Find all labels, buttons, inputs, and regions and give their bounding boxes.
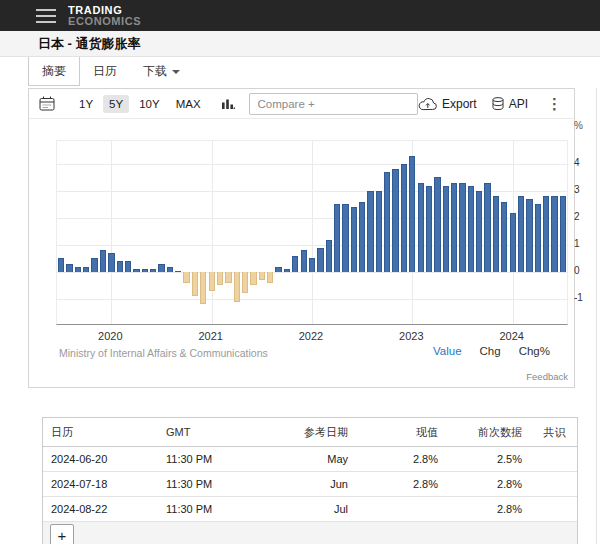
tab-download[interactable]: 下载 [130,57,193,86]
bar-2022-09 [376,191,382,272]
x-axis-year-label: 2021 [191,330,231,342]
cell-consensus [532,497,577,522]
bar-2019-07 [58,258,64,272]
chevron-down-icon [172,70,180,74]
bar-2021-11 [292,256,298,272]
bar-2019-11 [91,258,97,272]
export-label: Export [442,97,477,111]
bar-2023-09 [476,191,482,272]
source-attribution: Ministry of Internal Affairs & Communica… [59,347,268,359]
table-header-row: 日历 GMT 参考日期 现值 前次数据 共识 [43,418,577,447]
col-header-reference: 参考日期 [268,418,358,447]
more-options-icon[interactable]: ⋮ [543,95,566,113]
col-header-consensus: 共识 [532,418,577,447]
bar-2021-02 [217,272,223,286]
compare-input[interactable] [249,93,418,115]
bar-2021-12 [301,250,307,272]
api-button[interactable]: API [492,97,528,111]
add-row-button[interactable]: + [50,524,74,544]
cloud-export-icon [418,97,437,111]
bar-2023-01 [409,156,415,272]
cell-reference: Jun [268,472,358,497]
bar-2019-10 [83,267,89,272]
cell-actual: 2.8% [358,472,448,497]
table-row: 2024-07-18 11:30 PM Jun 2.8% 2.8% [43,472,577,497]
table-footer: + [43,522,577,544]
bar-2020-07 [158,264,164,272]
cell-gmt: 11:30 PM [158,447,268,472]
v-gridline [111,141,112,324]
bar-2024-01 [510,213,516,272]
export-button[interactable]: Export [418,97,477,111]
bar-2023-08 [468,186,474,272]
toggle-chg[interactable]: Chg [480,345,501,357]
toolbar-right: Export API ⋮ [418,95,566,113]
page: TRADING ECONOMICS 日本 - 通货膨胀率 摘要 日历 下载 [0,0,600,544]
x-axis-year-label: 2020 [90,330,130,342]
cell-actual: 2.8% [358,447,448,472]
v-gridline [312,141,313,324]
bar-2023-04 [434,177,440,272]
v-gridline [212,141,213,324]
range-selector: 1Y 5Y 10Y MAX [71,95,209,113]
calendar-table: 日历 GMT 参考日期 现值 前次数据 共识 2024-06-20 11:30 … [42,417,578,544]
range-max-button[interactable]: MAX [170,95,207,113]
value-toggle-group: Value Chg Chg% [433,345,550,357]
bar-2024-07 [560,196,566,272]
cell-date: 2024-06-20 [43,447,158,472]
toggle-chg-pct[interactable]: Chg% [519,345,550,357]
bar-2020-10 [183,272,189,283]
bar-2022-08 [367,191,373,272]
toggle-value[interactable]: Value [433,345,462,357]
cell-gmt: 11:30 PM [158,497,268,522]
bar-2022-10 [384,172,390,272]
bar-2021-07 [259,272,265,280]
cell-reference: May [268,447,358,472]
plot-area[interactable] [56,140,568,325]
bar-2020-04 [133,269,139,272]
chart-panel: 1Y 5Y 10Y MAX [28,88,575,388]
bar-2019-09 [75,267,81,272]
bar-2022-03 [326,240,332,272]
bar-2024-06 [551,196,557,272]
bar-2022-06 [351,207,357,272]
cell-actual [358,497,448,522]
bar-2023-10 [484,183,490,272]
x-axis-year-label: 2024 [492,330,532,342]
x-axis-year-label: 2023 [391,330,431,342]
bar-2023-05 [443,186,449,272]
scrollbar-track[interactable] [596,88,597,544]
col-header-previous: 前次数据 [448,418,532,447]
bar-2023-11 [493,196,499,272]
bar-2020-02 [117,261,123,272]
col-header-date: 日历 [43,418,158,447]
bar-2020-11 [192,272,198,296]
range-1y-button[interactable]: 1Y [73,95,99,113]
feedback-link[interactable]: Feedback [526,371,568,382]
bar-chart-type-icon[interactable] [221,97,235,111]
calendar-icon[interactable] [39,96,55,111]
bar-2023-02 [418,183,424,272]
bar-2021-06 [250,272,256,286]
brand-bottom: ECONOMICS [68,16,141,27]
app-header: TRADING ECONOMICS [0,0,600,31]
col-header-gmt: GMT [158,418,268,447]
tab-calendar[interactable]: 日历 [80,57,130,86]
bar-2022-01 [309,258,315,272]
bar-2022-12 [401,164,407,272]
tab-summary[interactable]: 摘要 [28,57,80,86]
cell-date: 2024-07-18 [43,472,158,497]
bar-2023-07 [459,183,465,272]
range-5y-button[interactable]: 5Y [103,95,129,113]
bar-2024-04 [535,204,541,272]
bar-2020-05 [142,269,148,272]
database-icon [492,97,504,111]
bar-2020-08 [167,267,173,272]
bar-2020-12 [200,272,206,304]
bar-2022-05 [342,204,348,272]
brand-logo[interactable]: TRADING ECONOMICS [68,5,141,26]
table-row: 2024-06-20 11:30 PM May 2.8% 2.5% [43,447,577,472]
hamburger-menu-icon[interactable] [36,9,56,23]
range-10y-button[interactable]: 10Y [133,95,165,113]
page-title: 日本 - 通货膨胀率 [0,31,600,56]
